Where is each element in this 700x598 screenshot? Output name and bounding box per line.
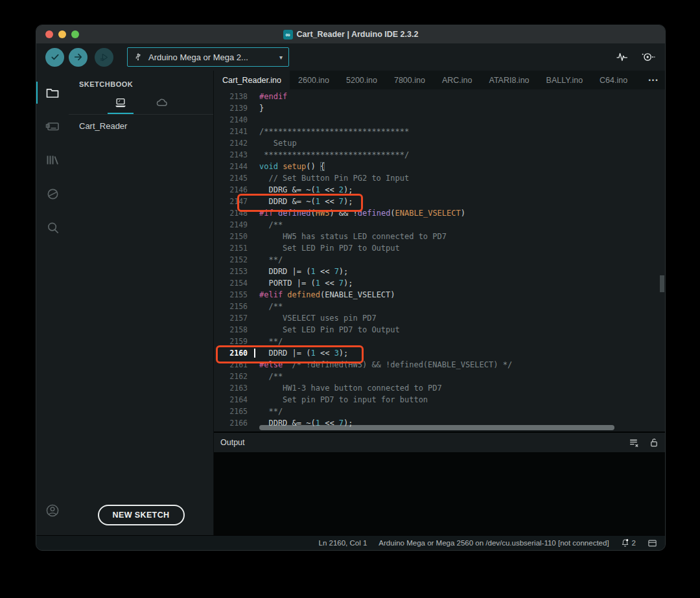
editor-tab-5200-ino[interactable]: 5200.ino	[338, 71, 386, 89]
code-line[interactable]: 2153 DDRD |= (1 << 7);	[214, 266, 665, 277]
line-number: 2148	[214, 209, 248, 218]
tab-local-sketchbook[interactable]	[108, 93, 134, 114]
code-line[interactable]: 2159 **/	[214, 336, 665, 347]
clear-output-button[interactable]	[629, 437, 640, 448]
code-line[interactable]: 2163 HW1-3 have button connected to PD7	[214, 382, 665, 394]
output-panel-body[interactable]	[214, 452, 665, 535]
code-text: #else /* !defined(HW5) && !defined(ENABL…	[259, 360, 512, 369]
new-sketch-button[interactable]: NEW SKETCH	[97, 505, 184, 525]
cursor-position[interactable]: Ln 2160, Col 1	[319, 539, 368, 547]
code-text: /**	[259, 372, 283, 381]
editor-tab-c64-ino[interactable]: C64.ino	[591, 71, 636, 89]
line-number: 2150	[214, 232, 248, 241]
code-text: HW5 has status LED connected to PD7	[259, 232, 447, 241]
notifications-button[interactable]: 2	[621, 538, 636, 547]
sidebar-item-boards-manager[interactable]	[36, 109, 69, 143]
line-number: 2161	[214, 360, 248, 369]
code-line[interactable]: 2139}	[214, 102, 665, 114]
code-line[interactable]: 2150 HW5 has status LED connected to PD7	[214, 231, 665, 242]
line-number: 2149	[214, 220, 248, 229]
code-line[interactable]: 2138#endif	[214, 91, 665, 102]
books-icon	[45, 152, 60, 168]
verify-button[interactable]	[45, 48, 64, 67]
editor-tab-2600-ino[interactable]: 2600.ino	[290, 71, 338, 89]
code-line[interactable]: 2155#elif defined(ENABLE_VSELECT)	[214, 289, 665, 301]
code-line[interactable]: 2141/*******************************	[214, 126, 665, 137]
editor-tab-atari8-ino[interactable]: ATARI8.ino	[480, 71, 537, 89]
toggle-panel-button[interactable]	[648, 539, 657, 547]
line-number: 2151	[214, 244, 248, 253]
toolbar: Arduino Mega or Mega 2... ▾	[36, 43, 665, 71]
account-button[interactable]	[36, 494, 69, 527]
serial-monitor-button[interactable]	[640, 51, 656, 63]
editor-tab-cart_reader-ino[interactable]: Cart_Reader.ino	[214, 71, 290, 89]
minimize-button[interactable]	[58, 30, 66, 38]
notification-count: 2	[632, 539, 636, 547]
code-line[interactable]: 2157 VSELECT uses pin PD7	[214, 312, 665, 324]
chevron-down-icon: ▾	[279, 54, 283, 61]
code-text: VSELECT uses pin PD7	[259, 314, 377, 323]
sidebar-item-sketchbook[interactable]	[36, 76, 69, 109]
code-line[interactable]: 2147 DDRD &= ~(1 << 7);	[214, 196, 665, 207]
code-line[interactable]: 2140	[214, 114, 665, 126]
line-number: 2157	[214, 314, 248, 323]
code-text: Set LED Pin PD7 to Output	[259, 325, 400, 334]
code-line[interactable]: 2151 Set LED Pin PD7 to Output	[214, 242, 665, 254]
debug-button[interactable]	[95, 48, 113, 67]
board-selector[interactable]: Arduino Mega or Mega 2... ▾	[127, 47, 289, 67]
sidebar-item-search[interactable]	[36, 211, 69, 244]
serial-monitor-icon	[640, 51, 656, 63]
window-title: Cart_Reader | Arduino IDE 2.3.2	[297, 30, 419, 39]
code-line[interactable]: 2161#else /* !defined(HW5) && !defined(E…	[214, 359, 665, 371]
code-line[interactable]: 2162 /**	[214, 371, 665, 382]
horizontal-scrollbar[interactable]	[259, 425, 614, 430]
board-connection-status[interactable]: Arduino Mega or Mega 2560 on /dev/cu.usb…	[379, 539, 609, 547]
code-text: /**	[259, 302, 283, 311]
code-line[interactable]: 2143 ******************************/	[214, 149, 665, 161]
code-text: void setup() {	[259, 162, 325, 171]
code-text: }	[259, 104, 264, 113]
line-number: 2147	[214, 197, 248, 206]
editor-code-area[interactable]: 2138#endif2139}21402141/****************…	[214, 89, 665, 431]
code-line[interactable]: 2142 Setup	[214, 137, 665, 149]
code-line[interactable]: 2145 // Set Button Pin PG2 to Input	[214, 172, 665, 184]
code-line[interactable]: 2164 Set pin PD7 to input for button	[214, 394, 665, 406]
cloud-icon	[155, 97, 169, 108]
search-icon	[45, 220, 60, 235]
tabs-more-button[interactable]: ···	[644, 71, 665, 89]
code-line[interactable]: 2158 Set LED Pin PD7 to Output	[214, 324, 665, 336]
arduino-logo-icon: ∞	[283, 30, 293, 40]
upload-button[interactable]	[69, 48, 88, 67]
editor-tab-bally-ino[interactable]: BALLY.ino	[538, 71, 592, 89]
code-line[interactable]: 2156 /**	[214, 301, 665, 312]
code-line[interactable]: 2165 **/	[214, 406, 665, 417]
sidebar-item-library-manager[interactable]	[36, 143, 69, 177]
vertical-scrollbar[interactable]	[660, 275, 664, 292]
editor-tabs: Cart_Reader.ino2600.ino5200.ino7800.inoA…	[214, 71, 665, 89]
usb-icon	[134, 52, 143, 62]
editor-tab-arc-ino[interactable]: ARC.ino	[434, 71, 481, 89]
sketch-item[interactable]: Cart_Reader	[69, 115, 213, 137]
code-line[interactable]: 2148#if defined(HW5) && !defined(ENABLE_…	[214, 207, 665, 219]
code-text: Setup	[259, 139, 297, 148]
serial-plotter-button[interactable]	[615, 51, 629, 63]
code-line[interactable]: 2160 DDRD |= (1 << 3);	[214, 347, 665, 359]
zoom-button[interactable]	[71, 30, 79, 38]
main-area: SKETCHBOOK Cart_Reader NEW SKETCH Cart_R…	[36, 71, 665, 535]
code-line[interactable]: 2149 /**	[214, 219, 665, 231]
close-button[interactable]	[45, 30, 53, 38]
editor-tab-7800-ino[interactable]: 7800.ino	[386, 71, 434, 89]
tab-cloud-sketchbook[interactable]	[149, 93, 175, 114]
title-wrap: ∞ Cart_Reader | Arduino IDE 2.3.2	[283, 30, 419, 40]
app-window: ∞ Cart_Reader | Arduino IDE 2.3.2 Arduin…	[36, 25, 666, 551]
autoscroll-lock-button[interactable]	[649, 437, 659, 448]
sidebar-item-debug[interactable]	[36, 177, 69, 211]
code-line[interactable]: 2146 DDRG &= ~(1 << 2);	[214, 184, 665, 196]
board-selector-label: Arduino Mega or Mega 2...	[148, 52, 248, 62]
line-number: 2164	[214, 395, 248, 404]
code-line[interactable]: 2152 **/	[214, 254, 665, 266]
code-line[interactable]: 2154 PORTD |= (1 << 7);	[214, 277, 665, 289]
code-text: DDRD &= ~(1 << 7);	[259, 197, 353, 206]
code-line[interactable]: 2144void setup() {	[214, 161, 665, 172]
code-text: HW1-3 have button connected to PD7	[259, 384, 442, 393]
